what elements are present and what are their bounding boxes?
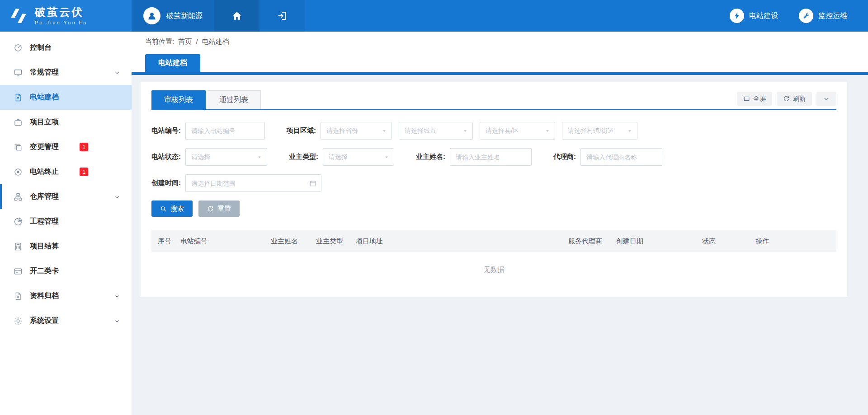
brand-logo-icon: [8, 8, 29, 24]
fullscreen-label: 全屏: [753, 95, 766, 103]
column-header-station-no: 电站编号: [176, 230, 266, 252]
sidebar-item-station-archive[interactable]: 电站建档: [0, 85, 132, 110]
tab-review-list[interactable]: 审核列表: [151, 90, 206, 109]
page-tab-row: 电站建档: [132, 50, 868, 72]
column-header-operations: 操作: [751, 230, 836, 252]
brand-title: 破茧云伏: [35, 6, 87, 18]
chevron-down-icon: [257, 154, 262, 160]
file-icon: [14, 93, 23, 102]
sidebar-item-project-initiation[interactable]: 项目立项: [0, 110, 132, 135]
header-spacer: [305, 0, 730, 32]
user-menu[interactable]: 破茧新能源: [132, 0, 214, 32]
column-header-project-address: 项目地址: [351, 230, 564, 252]
filter-row-2: 电站状态: 请选择 业主类型: 请选择 业主: [151, 148, 836, 166]
sidebar-item-label: 控制台: [30, 43, 52, 52]
filter-agent: 代理商:: [553, 148, 662, 166]
breadcrumb-prefix: 当前位置:: [145, 37, 174, 45]
agent-label: 代理商:: [553, 153, 576, 161]
sidebar-item-label: 电站终止: [30, 167, 59, 177]
sidebar-item-console[interactable]: 控制台: [0, 35, 132, 60]
breadcrumb-home-link[interactable]: 首页: [178, 37, 192, 45]
calculator-icon: [14, 242, 23, 251]
fullscreen-icon: [743, 95, 750, 102]
sidebar-item-label: 仓库管理: [30, 192, 59, 201]
tab-passed-list[interactable]: 通过列表: [207, 90, 261, 109]
owner-type-select[interactable]: 请选择: [323, 148, 394, 166]
sidebar-item-station-termination[interactable]: 电站终止 1: [0, 159, 132, 184]
gauge-icon: [14, 43, 23, 52]
date-range-input[interactable]: [185, 174, 321, 192]
agent-input[interactable]: [580, 148, 662, 166]
province-select-value: 请选择省份: [326, 127, 358, 135]
chevron-down-icon: [114, 294, 120, 299]
chevron-down-icon: [114, 318, 120, 324]
town-select-value: 请选择村镇/街道: [568, 127, 614, 135]
column-header-owner-type: 业主类型: [311, 230, 351, 252]
sidebar-item-system-settings[interactable]: 系统设置: [0, 308, 132, 333]
owner-name-label: 业主姓名:: [416, 153, 445, 161]
owner-name-input[interactable]: [450, 148, 532, 166]
breadcrumb-current: 电站建档: [202, 37, 229, 45]
sidebar-item-label: 常规管理: [30, 68, 59, 77]
collapse-panel-button[interactable]: [816, 92, 836, 106]
gear-icon: [14, 317, 23, 326]
table-header-row: 序号 电站编号 业主姓名 业主类型 项目地址 服务代理商 创建日期 状态 操作: [151, 230, 836, 252]
empty-state-text: 无数据: [151, 252, 836, 276]
sidebar-item-label: 工程管理: [30, 217, 59, 226]
sidebar-item-project-settlement[interactable]: 项目结算: [0, 234, 132, 259]
sidebar-item-change-mgmt[interactable]: 变更管理 1: [0, 135, 132, 159]
station-no-label: 电站编号:: [151, 126, 181, 135]
filter-owner-name: 业主姓名:: [416, 148, 532, 166]
refresh-label: 刷新: [793, 95, 806, 103]
province-select[interactable]: 请选择省份: [321, 122, 392, 140]
nav-monitor-ops-label: 监控运维: [818, 11, 847, 21]
sidebar-item-general-mgmt[interactable]: 常规管理: [0, 60, 132, 85]
user-name: 破茧新能源: [166, 11, 203, 21]
sidebar-item-card-issuance[interactable]: 开二类卡: [0, 259, 132, 284]
chevron-down-icon: [823, 96, 830, 102]
brand: 破茧云伏 Po Jian Yun Fu: [0, 0, 132, 32]
fullscreen-button[interactable]: 全屏: [737, 92, 772, 106]
chevron-down-icon: [627, 128, 632, 134]
search-button[interactable]: 搜索: [151, 201, 193, 217]
panel-toolbar: 全屏 刷新: [737, 92, 836, 109]
panel-tab-strip: 审核列表 通过列表 全屏 刷新: [151, 90, 836, 110]
sidebar-item-label: 资料归档: [30, 291, 59, 301]
station-status-label: 电站状态:: [151, 153, 181, 161]
sitemap-icon: [14, 192, 23, 201]
county-select[interactable]: 请选择县/区: [480, 122, 555, 140]
column-header-created-date: 创建日期: [612, 230, 698, 252]
sidebar-item-engineering-mgmt[interactable]: 工程管理: [0, 209, 132, 234]
filter-actions: 搜索 重置: [151, 201, 836, 217]
sidebar-item-data-archive[interactable]: 资料归档: [0, 284, 132, 308]
station-status-select[interactable]: 请选择: [185, 148, 267, 166]
page-tab-station-archive[interactable]: 电站建档: [145, 54, 200, 72]
filter-owner-type: 业主类型: 请选择: [289, 148, 394, 166]
filter-station-no: 电站编号:: [151, 122, 265, 140]
calendar-icon: [309, 180, 316, 187]
sidebar-item-label: 电站建档: [30, 93, 59, 102]
stop-circle-icon: [14, 168, 23, 177]
chevron-down-icon: [462, 128, 468, 134]
filter-row-1: 电站编号: 项目区域: 请选择省份 请选择城市: [151, 122, 836, 140]
sign-in-button[interactable]: [259, 0, 305, 32]
city-select[interactable]: 请选择城市: [399, 122, 473, 140]
filter-form: 电站编号: 项目区域: 请选择省份 请选择城市: [151, 110, 836, 192]
town-select[interactable]: 请选择村镇/街道: [562, 122, 637, 140]
avatar[interactable]: [143, 7, 160, 24]
briefcase-icon: [14, 118, 23, 127]
nav-monitor-ops[interactable]: 监控运维: [799, 0, 847, 32]
change-mgmt-badge: 1: [80, 143, 88, 151]
reset-button[interactable]: 重置: [198, 201, 240, 217]
reset-icon: [207, 205, 214, 212]
page-tab-underline: [132, 72, 868, 75]
station-no-input[interactable]: [185, 122, 265, 140]
sidebar-item-warehouse-mgmt[interactable]: 仓库管理: [0, 184, 132, 209]
filter-row-3: 创建时间:: [151, 174, 836, 192]
refresh-button[interactable]: 刷新: [777, 92, 812, 106]
nav-station-build[interactable]: 电站建设: [730, 0, 778, 32]
created-date-label: 创建时间:: [151, 179, 181, 187]
panel-tabs: 审核列表 通过列表: [151, 90, 262, 109]
home-button[interactable]: [214, 0, 259, 32]
column-header-index: 序号: [151, 230, 176, 252]
